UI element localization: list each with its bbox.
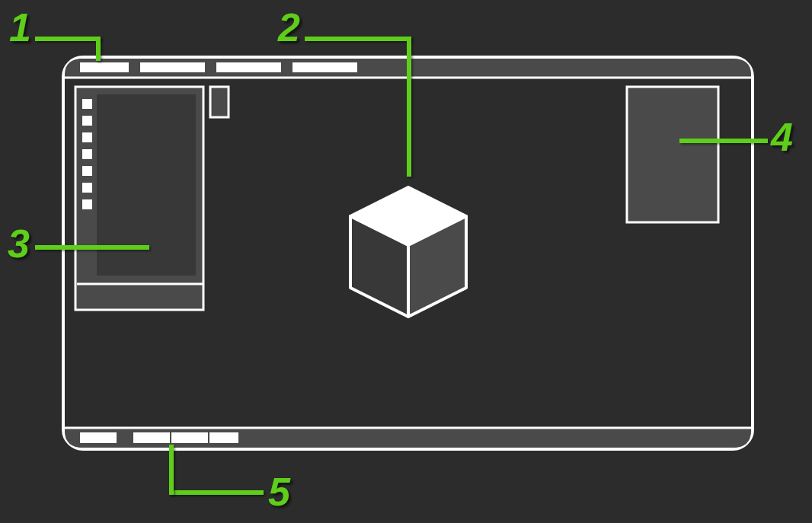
ui-schematic	[0, 0, 812, 523]
menu-item-1[interactable]	[80, 62, 129, 72]
callout-4: 4	[771, 117, 793, 157]
tool-button[interactable]	[82, 199, 92, 209]
tool-button[interactable]	[82, 149, 92, 159]
tool-button[interactable]	[82, 116, 92, 126]
callout-5: 5	[268, 472, 290, 512]
menu-item-3[interactable]	[216, 62, 281, 72]
tool-panel-region	[75, 87, 203, 310]
status-item-2a[interactable]	[133, 432, 170, 443]
callout-2: 2	[278, 8, 300, 47]
menu-item-2[interactable]	[140, 62, 205, 72]
callout-3-line-h	[35, 245, 149, 250]
status-item-1[interactable]	[80, 432, 117, 443]
callout-1-line-v	[96, 37, 101, 61]
small-panel[interactable]	[210, 87, 229, 117]
callout-3: 3	[8, 224, 30, 263]
callout-2-line-v	[407, 37, 411, 177]
callout-5-line-h	[169, 490, 264, 495]
callout-5-line-v	[169, 445, 174, 495]
cube-icon	[350, 187, 466, 317]
diagram-stage: 1 2 3 4 5	[0, 0, 812, 523]
callout-1: 1	[9, 8, 31, 47]
tool-button[interactable]	[82, 132, 92, 142]
tool-button[interactable]	[82, 183, 92, 193]
status-item-2b[interactable]	[171, 432, 208, 443]
callout-1-line-h	[35, 37, 101, 41]
tool-button[interactable]	[82, 99, 92, 109]
status-item-2c[interactable]	[209, 432, 238, 443]
tool-button[interactable]	[82, 166, 92, 176]
callout-4-line-h	[679, 139, 768, 143]
side-panel-region	[627, 87, 718, 222]
callout-2-line-h	[305, 37, 411, 41]
menu-item-4[interactable]	[293, 62, 357, 72]
